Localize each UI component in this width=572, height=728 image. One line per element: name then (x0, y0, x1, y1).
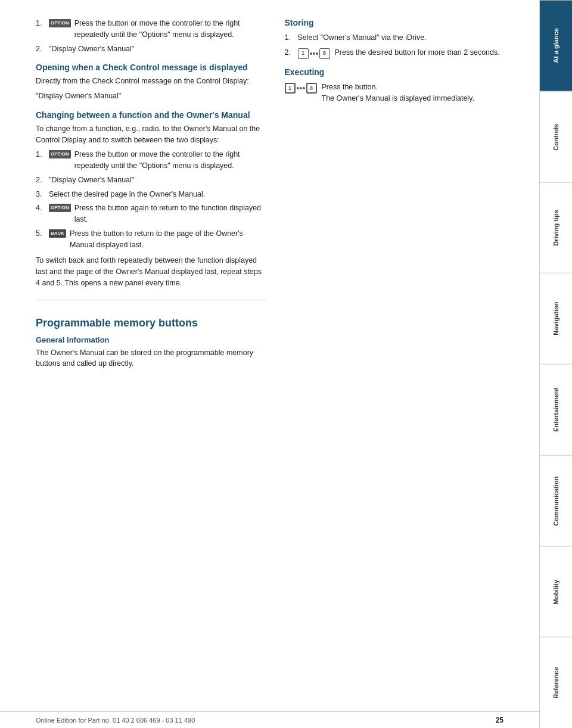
back-icon: BACK (49, 229, 66, 238)
step-item: 1. OPTION Press the button or move the c… (36, 149, 267, 172)
step-number: 1. (36, 149, 49, 160)
storing-heading: Storing (285, 18, 516, 27)
step-item: 2. "Display Owner's Manual" (36, 175, 267, 186)
section-quote-check-control: "Display Owner's Manual" (36, 91, 267, 102)
sidebar-tab-controls[interactable]: Controls (540, 91, 572, 182)
option-icon: OPTION (49, 19, 71, 27)
executing-text-press: Press the button. (322, 82, 474, 93)
footer-bar: Online Edition for Part no. 01 40 2 606 … (0, 711, 539, 728)
dot (313, 52, 315, 55)
sidebar-tab-driving-tips[interactable]: Driving tips (540, 182, 572, 273)
section-heading-check-control: Opening when a Check Control message is … (36, 63, 267, 72)
sidebar: At a glance Controls Driving tips Naviga… (539, 0, 572, 728)
section-heading-changing: Changing between a function and the Owne… (36, 110, 267, 120)
step-text: Press the desired button for more than 2… (335, 47, 500, 58)
step-number: 2. (285, 47, 298, 58)
section-body-check-control: Directly from the Check Control message … (36, 76, 267, 87)
step-number: 2. (36, 43, 49, 55)
section-heading-programmable: Programmable memory buttons (36, 317, 267, 329)
sidebar-tab-entertainment[interactable]: Entertainment (540, 364, 572, 455)
step-item: 4. OPTION Press the button again to retu… (36, 203, 267, 225)
memory-button-icon: 1 8 (298, 48, 331, 59)
footer-text: Online Edition for Part no. 01 40 2 606 … (36, 717, 195, 724)
executing-heading: Executing (285, 67, 516, 77)
option-icon: OPTION (49, 204, 71, 212)
option-icon: OPTION (49, 150, 71, 158)
step-number: 5. (36, 228, 49, 239)
step-item: 1. Select "Owner's Manual" via the iDriv… (285, 32, 516, 43)
sidebar-tab-reference[interactable]: Reference (540, 637, 572, 728)
executing-content: 1 8 Press the button. The Owner's Manual… (285, 82, 516, 104)
step-item: 1. OPTION Press the button or move the c… (36, 18, 267, 41)
executing-text-result: The Owner's Manual is displayed immediat… (322, 93, 474, 104)
step-text: "Display Owner's Manual" (49, 43, 134, 55)
step-text: Press the button to return to the page o… (70, 228, 266, 251)
sidebar-tab-communication[interactable]: Communication (540, 455, 572, 546)
left-column: 1. OPTION Press the button or move the c… (36, 18, 267, 710)
sidebar-tab-mobility[interactable]: Mobility (540, 546, 572, 637)
divider (36, 300, 267, 300)
storing-steps: 1. Select "Owner's Manual" via the iDriv… (285, 32, 516, 59)
step-text: Press the button or move the controller … (74, 149, 267, 172)
dot (310, 52, 312, 55)
section-body-general: The Owner's Manual can be stored on the … (36, 347, 267, 370)
sidebar-tab-navigation[interactable]: Navigation (540, 273, 572, 364)
step-number: 1. (285, 32, 298, 43)
step-item: 5. BACK Press the button to return to th… (36, 228, 267, 251)
sidebar-tab-at-a-glance[interactable]: At a glance (540, 0, 572, 91)
step-text: Press the button or move the controller … (74, 18, 267, 41)
step-text: Select "Owner's Manual" via the iDrive. (298, 32, 427, 43)
dot (316, 52, 318, 55)
section-body-changing: To change from a function, e.g., radio, … (36, 123, 267, 146)
step-text: Press the button again to return to the … (74, 203, 267, 225)
dot (297, 87, 299, 89)
changing-steps: 1. OPTION Press the button or move the c… (36, 149, 267, 250)
dot (300, 87, 302, 89)
step-item: 3. Select the desired page in the Owner'… (36, 189, 267, 200)
sub-heading-general: General information (36, 335, 267, 344)
section-footer-changing: To switch back and forth repeatedly betw… (36, 255, 267, 288)
step-number: 2. (36, 175, 49, 186)
step-text: Select the desired page in the Owner's M… (49, 189, 205, 200)
step-text: "Display Owner's Manual" (49, 175, 134, 186)
step-item: 2. 1 8 Press the desired button for more (285, 47, 516, 59)
step-number: 4. (36, 203, 49, 214)
executing-memory-icon: 1 8 (285, 83, 318, 94)
page-number: 25 (496, 716, 503, 724)
step-number: 1. (36, 18, 49, 29)
executing-text-block: Press the button. The Owner's Manual is … (322, 82, 474, 104)
intro-steps: 1. OPTION Press the button or move the c… (36, 18, 267, 54)
step-item: 2. "Display Owner's Manual" (36, 43, 267, 55)
step-number: 3. (36, 189, 49, 200)
dot (303, 87, 305, 89)
right-column: Storing 1. Select "Owner's Manual" via t… (285, 18, 516, 710)
